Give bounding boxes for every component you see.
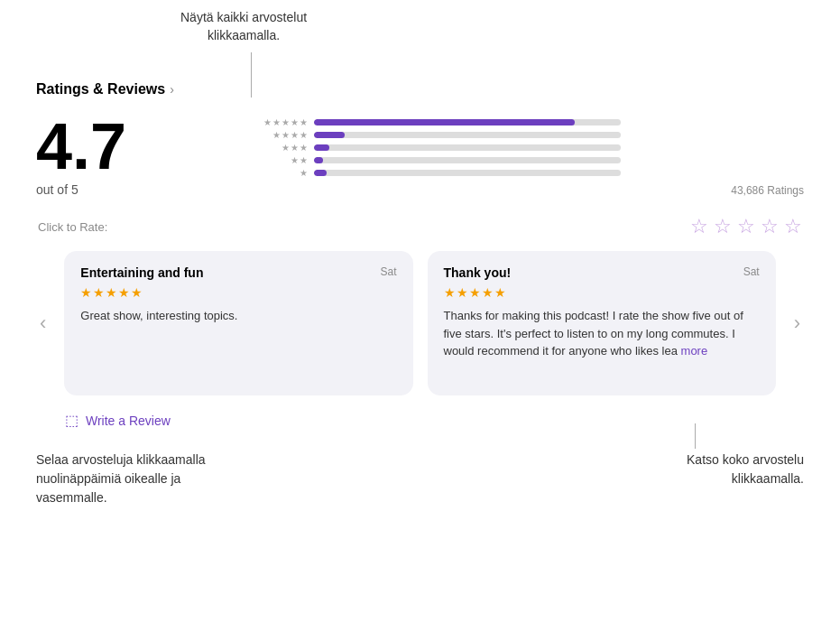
big-rating-number: 4.7 — [36, 114, 126, 179]
nav-left-arrow[interactable]: ‹ — [36, 302, 50, 344]
bottom-left-line1: Selaa arvosteluja klikkaamalla — [36, 452, 206, 467]
bottom-right-line2: klikkaamalla. — [732, 471, 804, 486]
review-2-text: Thanks for making this podcast! I rate t… — [444, 307, 760, 360]
bar-row-4: ★★★★ — [253, 130, 621, 140]
ratings-chevron-icon: › — [170, 82, 174, 97]
rate-star-3[interactable]: ☆ — [737, 215, 755, 238]
tooltip-top-line1: Näytä kaikki arvostelut — [180, 10, 307, 24]
review-2-stars: ★★★★★ — [444, 285, 760, 300]
review-more-link[interactable]: more — [681, 344, 708, 358]
bar-2-fill — [314, 157, 323, 163]
ratings-reviews-header[interactable]: Ratings & Reviews › — [36, 81, 804, 98]
write-review-link[interactable]: Write a Review — [86, 414, 171, 428]
bar-3-fill — [314, 144, 329, 151]
write-review-icon: ⬚ — [65, 412, 78, 429]
bar-3-track — [314, 144, 621, 151]
bar-4-track — [314, 132, 621, 138]
bar-2-stars: ★★ — [253, 155, 309, 165]
bottom-left-line3: vasemmalle. — [36, 490, 107, 505]
bar-row-2: ★★ — [253, 155, 621, 165]
review-1-date: Sat — [380, 265, 396, 278]
review-1-title: Entertaining and fun — [80, 265, 203, 280]
bottom-left-line2: nuolinäppäimiä oikealle ja — [36, 471, 180, 486]
ratings-title: Ratings & Reviews — [36, 81, 165, 98]
bottom-right-line1: Katso koko arvostelu — [687, 452, 804, 467]
review-2-top: Thank you! Sat — [444, 265, 760, 280]
rating-section: 4.7 out of 5 ★★★★★ ★★★★ — [36, 114, 804, 197]
bar-4-stars: ★★★★ — [253, 130, 309, 140]
bottom-tooltip-left: Selaa arvosteluja klikkaamalla nuolinäpp… — [36, 451, 206, 507]
bottom-tooltip-right: Katso koko arvostelu klikkaamalla. — [687, 451, 804, 507]
big-rating: 4.7 out of 5 — [36, 114, 162, 197]
review-2-title: Thank you! — [444, 265, 512, 280]
rate-stars[interactable]: ☆ ☆ ☆ ☆ ☆ — [690, 215, 802, 238]
bottom-right-line — [695, 423, 696, 449]
review-card-1[interactable]: Entertaining and fun Sat ★★★★★ Great sho… — [64, 251, 412, 395]
rate-star-5[interactable]: ☆ — [784, 215, 802, 238]
ratings-count-row: 43,686 Ratings — [217, 184, 804, 197]
bar-5-stars: ★★★★★ — [253, 117, 309, 127]
rate-star-4[interactable]: ☆ — [761, 215, 779, 238]
review-2-date: Sat — [743, 265, 760, 278]
bar-row-1: ★ — [253, 168, 621, 178]
click-to-rate-row: Click to Rate: ☆ ☆ ☆ ☆ ☆ — [36, 215, 804, 238]
tooltip-top-line2: klikkaamalla. — [208, 28, 280, 42]
rate-star-1[interactable]: ☆ — [690, 215, 708, 238]
tooltip-top-line — [251, 52, 252, 98]
ratings-count: 43,686 Ratings — [731, 184, 804, 197]
bar-3-stars: ★★★ — [253, 143, 309, 153]
review-1-stars: ★★★★★ — [80, 285, 396, 300]
reviews-row: ‹ Entertaining and fun Sat ★★★★★ Great s… — [36, 251, 804, 395]
bar-1-track — [314, 170, 621, 176]
write-review-row[interactable]: ⬚ Write a Review — [65, 412, 804, 429]
out-of-label: out of 5 — [36, 182, 78, 197]
bar-row-5: ★★★★★ — [253, 117, 621, 127]
nav-right-arrow[interactable]: › — [790, 302, 804, 344]
bar-row-3: ★★★ — [253, 143, 621, 153]
bar-4-fill — [314, 132, 345, 138]
stars-histogram: ★★★★★ ★★★★ ★★★ — [253, 114, 804, 181]
bar-2-track — [314, 157, 621, 163]
bar-5-fill — [314, 119, 575, 125]
bottom-tooltips: Selaa arvosteluja klikkaamalla nuolinäpp… — [36, 451, 804, 507]
bar-1-fill — [314, 170, 327, 176]
tooltip-top: Näytä kaikki arvostelut klikkaamalla. — [180, 9, 307, 44]
review-1-top: Entertaining and fun Sat — [80, 265, 396, 280]
reviews-container: Entertaining and fun Sat ★★★★★ Great sho… — [64, 251, 775, 395]
bar-5-track — [314, 119, 621, 125]
rate-star-2[interactable]: ☆ — [714, 215, 732, 238]
bar-1-stars: ★ — [253, 168, 309, 178]
click-to-rate-label: Click to Rate: — [38, 220, 107, 234]
review-card-2[interactable]: Thank you! Sat ★★★★★ Thanks for making t… — [428, 251, 776, 395]
review-1-text: Great show, interesting topics. — [80, 307, 396, 325]
